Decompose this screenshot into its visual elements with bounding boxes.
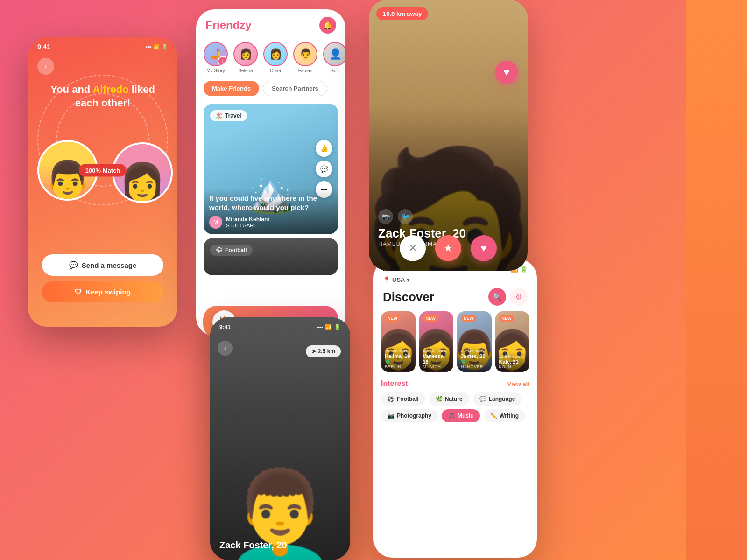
football-icon: ⚽ [388, 396, 395, 402]
story-clara[interactable]: 👩 Clara [263, 42, 288, 73]
person-card-vanessa[interactable]: 👩 NEW 4,8 km away Vanessa, 18 MUNICH [419, 311, 454, 372]
phone5-location-row[interactable]: 📍 USA ▾ [374, 276, 537, 286]
my-story-item[interactable]: 🤳 My Story [204, 42, 228, 73]
story-fabian[interactable]: 👨 Fabian [293, 42, 317, 73]
phone1-status-bar: 9:41 ▪▪▪ 📶 🔋 [28, 37, 177, 54]
phone4-distance-value: 2.5 km [318, 348, 335, 355]
signal-icon: ▪▪▪ [146, 44, 151, 49]
like-action[interactable]: 👍 [316, 140, 332, 157]
fabian-avatar: 👨 [293, 42, 317, 66]
travel-emoji: 🏖️ [216, 112, 223, 119]
reject-button[interactable]: ✕ [400, 235, 426, 261]
interest-header: Interest View all [381, 379, 529, 388]
match-text-line2: each other! [75, 97, 131, 109]
swipe-action-buttons: ✕ ★ ♥ [369, 231, 528, 266]
love-button-card[interactable]: ♥ [495, 61, 518, 84]
interest-photography[interactable]: 📷 Photography [381, 409, 438, 422]
front-swipe-card: 🧑 16.8 km away ♥ 📷 🐦 Zack Foster, 20 HAM… [369, 0, 528, 271]
phone4-status-bar: 9:41 ▪▪▪ 📶 🔋 [219, 324, 341, 330]
phone2-header: Friendzy 🔔 [196, 9, 345, 38]
language-icon: 💬 [479, 396, 486, 402]
travel-label: Travel [225, 112, 241, 119]
interest-writing[interactable]: ✏️ Writing [484, 409, 525, 422]
more-name: Go... [330, 68, 340, 73]
vanessa-info: 4,8 km away Vanessa, 18 MUNICH [419, 346, 454, 372]
super-like-button[interactable]: ★ [435, 235, 461, 261]
filter-button[interactable]: ⚙ [510, 288, 528, 306]
distance-badge: 16.8 km away [376, 7, 428, 20]
james-info: 2,2 km away James, 20 HANOVER [457, 346, 492, 372]
interest-tags: ⚽ Football 🌿 Nature 💬 Language 📷 Photogr… [381, 392, 529, 422]
kate-distance: 12,5 km away [499, 354, 526, 359]
writing-icon: ✏️ [490, 413, 497, 419]
language-label: Language [489, 396, 515, 402]
photography-label: Photography [397, 413, 431, 419]
notification-button[interactable]: 🔔 [319, 17, 336, 34]
person-card-kate[interactable]: 👩 NEW 12,5 km away Kate, 21 KOLN [495, 311, 530, 372]
match-photos-area: 100% Match [28, 124, 177, 217]
travel-tag: 🏖️ Travel [210, 110, 247, 121]
interest-music[interactable]: 🎵 Music [442, 409, 480, 422]
instagram-icon[interactable]: 📷 [378, 209, 393, 224]
travel-feed-card: 🏖️ Travel 👍 💬 ••• If you could live anyw… [204, 104, 338, 234]
my-story-label: My Story [206, 68, 225, 73]
interest-language[interactable]: 💬 Language [473, 392, 522, 406]
phone1-time: 9:41 [37, 43, 50, 50]
person-card-james[interactable]: 👨 NEW 2,2 km away James, 20 HANOVER [457, 311, 492, 372]
vanessa-name: Vanessa, 18 [423, 353, 450, 364]
view-all-button[interactable]: View all [507, 380, 529, 387]
twitter-icon[interactable]: 🐦 [398, 209, 413, 224]
feed-author: M Miranda Kehlani STUTTGART [209, 216, 332, 229]
interest-football[interactable]: ⚽ Football [381, 392, 425, 406]
phone1-actions: 💬 Send a message 🛡 Keep swiping [28, 245, 177, 312]
phone4-distance-badge: ➤ 2.5 km [306, 345, 341, 357]
phone4-battery: 🔋 [334, 324, 341, 330]
send-message-button[interactable]: 💬 Send a message [42, 254, 163, 276]
discover-title: Discover [383, 290, 434, 304]
keep-swiping-button[interactable]: 🛡 Keep swiping [42, 281, 163, 302]
match-highlight: Alfredo [93, 84, 129, 95]
phone4-back-button[interactable]: ‹ [218, 341, 233, 356]
swipe-icon: 🛡 [75, 288, 82, 296]
right-decorative-strip [686, 0, 747, 560]
phone2-feed-screen: Friendzy 🔔 🤳 My Story 👩 Selena 👩 Clara 👨… [196, 9, 345, 336]
halima-info: 16 km away Halima, 19 BERLIN [381, 346, 416, 372]
phone5-header: Discover 🔍 ⚙ [374, 286, 537, 311]
james-name: James, 20 [461, 353, 488, 364]
make-friends-tab[interactable]: Make Friends [204, 81, 259, 96]
back-button[interactable]: ‹ [37, 58, 54, 75]
match-text: You and Alfredo liked each other! [28, 78, 177, 114]
comment-action[interactable]: 💬 [316, 161, 332, 177]
chevron-down-icon: ▾ [407, 276, 410, 283]
message-label: Send a message [82, 261, 137, 269]
my-story-avatar: 🤳 [204, 42, 228, 66]
stories-row: 🤳 My Story 👩 Selena 👩 Clara 👨 Fabian 👤 G… [196, 38, 345, 77]
battery-icon: 🔋 [162, 44, 168, 50]
new-badge-kate: NEW [499, 315, 514, 322]
phone4-user-name: Zack Foster, 20 [219, 540, 287, 551]
match-text-prefix: You and [50, 84, 92, 95]
phone4-back-area: ‹ [218, 341, 233, 356]
clara-avatar: 👩 [263, 42, 288, 66]
vanessa-city: MUNICH [423, 364, 450, 369]
interest-nature[interactable]: 🌿 Nature [429, 392, 469, 406]
search-button[interactable]: 🔍 [488, 288, 506, 306]
football-feed-card: ⚽ Football [204, 238, 338, 275]
feed-card-content: If you could live anywhere in the world,… [204, 188, 338, 234]
writing-label: Writing [500, 413, 519, 419]
card-social-icons: 📷 🐦 [378, 209, 413, 224]
story-selena[interactable]: 👩 Selena [233, 42, 258, 73]
search-partners-tab[interactable]: Search Partners [263, 81, 327, 96]
new-badge-james: NEW [461, 315, 476, 322]
person-card-halima[interactable]: 👩 NEW 16 km away Halima, 19 BERLIN [381, 311, 416, 372]
phone4-signal: ▪▪▪ [317, 324, 323, 330]
story-more[interactable]: 👤 Go... [323, 42, 345, 73]
like-button[interactable]: ♥ [471, 235, 497, 261]
football-label: Football [397, 396, 419, 402]
kate-info: 12,5 km away Kate, 21 KOLN [495, 351, 530, 372]
app-title: Friendzy [205, 19, 252, 32]
location-arrow-icon: ➤ [311, 348, 316, 355]
match-text-suffix: liked [129, 84, 155, 95]
clara-name: Clara [270, 68, 281, 73]
author-info: Miranda Kehlani STUTTGART [226, 216, 269, 228]
